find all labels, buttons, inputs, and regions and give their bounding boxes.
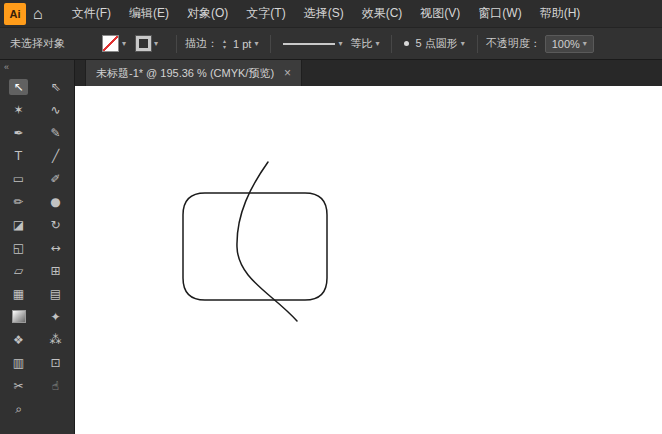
- rectangle-tool-icon: ▭: [9, 171, 28, 187]
- type-tool-icon: T: [11, 148, 26, 164]
- stroke-swatch-icon: [136, 36, 151, 51]
- document-tab-bar: 未标题-1* @ 195.36 % (CMYK/预览) ×: [75, 60, 662, 86]
- tool-free-transform[interactable]: ▱: [0, 259, 37, 282]
- magic-wand-tool-icon: ✶: [9, 102, 27, 118]
- tool-pencil[interactable]: ✏: [0, 190, 37, 213]
- lasso-tool-icon: ∿: [46, 102, 64, 118]
- control-bar: 未选择对象 ▾ ▾ 描边： ▴ ▾ 1 pt ▾ ▾ 等比 ▾: [0, 28, 662, 60]
- home-icon[interactable]: ⌂: [33, 6, 43, 22]
- width-profile-select[interactable]: 等比 ▾: [346, 34, 383, 53]
- menu-type[interactable]: 文字(T): [237, 5, 294, 22]
- eraser-tool-icon: ◪: [9, 217, 28, 233]
- tool-column-graph[interactable]: ▥: [0, 351, 37, 374]
- rotate-tool-icon: ↻: [46, 217, 64, 233]
- separator: [270, 35, 271, 53]
- curve-path-shape[interactable]: [237, 162, 297, 321]
- stroke-width-select[interactable]: 1 pt ▾: [229, 36, 262, 52]
- app-logo-icon: Ai: [4, 3, 26, 25]
- perspective-grid-tool-icon: ▦: [9, 286, 28, 302]
- column-graph-tool-icon: ▥: [9, 355, 28, 371]
- brush-definition-select[interactable]: 5 点圆形 ▾: [400, 34, 468, 53]
- menu-view[interactable]: 视图(V): [411, 5, 469, 22]
- stroke-label: 描边：: [185, 36, 218, 51]
- brush-definition-value: 5 点圆形: [415, 36, 457, 51]
- document-tab[interactable]: 未标题-1* @ 195.36 % (CMYK/预览) ×: [85, 60, 302, 86]
- tool-slice[interactable]: ✂: [0, 374, 37, 397]
- width-tool-icon: ↔: [46, 240, 64, 256]
- opacity-select[interactable]: 100% ▾: [545, 35, 594, 53]
- stroke-profile-select[interactable]: ▾: [279, 37, 346, 50]
- canvas[interactable]: [75, 86, 662, 434]
- tool-paintbrush[interactable]: ✐: [37, 167, 74, 190]
- menu-edit[interactable]: 编辑(E): [120, 5, 178, 22]
- tool-eyedropper[interactable]: ✦: [37, 305, 74, 328]
- menu-file[interactable]: 文件(F): [63, 5, 120, 22]
- main-menus: 文件(F) 编辑(E) 对象(O) 文字(T) 选择(S) 效果(C) 视图(V…: [63, 5, 590, 22]
- tool-selection[interactable]: ↖: [0, 75, 37, 98]
- tool-perspective-grid[interactable]: ▦: [0, 282, 37, 305]
- uniform-line-preview-icon: [283, 43, 335, 45]
- line-segment-tool-icon: ╱: [48, 148, 63, 164]
- chevron-down-icon: ▾: [461, 39, 465, 48]
- stroke-width-value: 1 pt: [233, 38, 251, 50]
- rounded-rectangle-shape[interactable]: [183, 193, 327, 300]
- step-down-icon: ▾: [223, 44, 226, 50]
- tool-curvature[interactable]: ✎: [37, 121, 74, 144]
- tool-width[interactable]: ↔: [37, 236, 74, 259]
- opacity-value: 100%: [552, 38, 580, 50]
- tool-shape-builder[interactable]: ⊞: [37, 259, 74, 282]
- paintbrush-tool-icon: ✐: [46, 171, 64, 187]
- chevron-down-icon: ▾: [583, 39, 587, 48]
- blend-tool-icon: ❖: [9, 332, 28, 348]
- tool-rectangle[interactable]: ▭: [0, 167, 37, 190]
- tool-gradient[interactable]: [0, 305, 37, 328]
- symbol-sprayer-tool-icon: ⁂: [46, 332, 66, 348]
- hand-tool-icon: ☝: [48, 378, 63, 394]
- selection-tool-icon: ↖: [9, 79, 27, 95]
- tool-blob-brush[interactable]: ●: [37, 190, 74, 213]
- tool-mesh[interactable]: ▤: [37, 282, 74, 305]
- close-icon[interactable]: ×: [284, 66, 291, 80]
- menu-help[interactable]: 帮助(H): [531, 5, 590, 22]
- tool-magic-wand[interactable]: ✶: [0, 98, 37, 121]
- tool-pen[interactable]: ✒: [0, 121, 37, 144]
- chevron-down-icon: ▾: [122, 39, 126, 48]
- tools-grid: ↖ ⇖ ✶ ∿ ✒ ✎ T ╱ ▭ ✐ ✏ ● ◪ ↻ ◱ ↔ ▱ ⊞ ▦ ▤: [0, 75, 74, 420]
- separator: [477, 35, 478, 53]
- menu-bar: Ai ⌂ 文件(F) 编辑(E) 对象(O) 文字(T) 选择(S) 效果(C)…: [0, 0, 662, 28]
- tool-scale[interactable]: ◱: [0, 236, 37, 259]
- scale-tool-icon: ◱: [9, 240, 28, 256]
- tools-panel: « ↖ ⇖ ✶ ∿ ✒ ✎ T ╱ ▭ ✐ ✏ ● ◪ ↻ ◱ ↔ ▱ ⊞: [0, 60, 75, 434]
- chevron-down-icon: ▾: [375, 39, 379, 48]
- brush-preview-dot-icon: [404, 41, 409, 46]
- slice-tool-icon: ✂: [9, 378, 27, 394]
- tool-lasso[interactable]: ∿: [37, 98, 74, 121]
- tool-eraser[interactable]: ◪: [0, 213, 37, 236]
- document-area: 未标题-1* @ 195.36 % (CMYK/预览) ×: [75, 60, 662, 434]
- menu-effect[interactable]: 效果(C): [353, 5, 412, 22]
- collapse-panel-icon[interactable]: «: [4, 62, 9, 72]
- mesh-tool-icon: ▤: [46, 286, 65, 302]
- tab-title: 未标题-1* @ 195.36 % (CMYK/预览): [96, 66, 274, 81]
- tool-hand[interactable]: ☝: [37, 374, 74, 397]
- stroke-color-control[interactable]: ▾: [136, 36, 158, 51]
- tool-zoom[interactable]: ⌕: [0, 397, 37, 420]
- tool-direct-selection[interactable]: ⇖: [37, 75, 74, 98]
- fill-color-control[interactable]: ▾: [102, 35, 126, 52]
- separator: [391, 35, 392, 53]
- stroke-width-stepper[interactable]: ▴ ▾: [223, 38, 226, 50]
- tool-type[interactable]: T: [0, 144, 37, 167]
- tool-line-segment[interactable]: ╱: [37, 144, 74, 167]
- menu-window[interactable]: 窗口(W): [469, 5, 530, 22]
- tool-empty-slot: [37, 397, 74, 420]
- curvature-tool-icon: ✎: [46, 125, 64, 141]
- free-transform-tool-icon: ▱: [10, 263, 27, 279]
- shape-builder-tool-icon: ⊞: [46, 263, 64, 279]
- tool-artboard[interactable]: ⊡: [37, 351, 74, 374]
- tool-blend[interactable]: ❖: [0, 328, 37, 351]
- tool-symbol-sprayer[interactable]: ⁂: [37, 328, 74, 351]
- tool-rotate[interactable]: ↻: [37, 213, 74, 236]
- menu-object[interactable]: 对象(O): [178, 5, 237, 22]
- chevron-down-icon: ▾: [254, 39, 258, 48]
- menu-select[interactable]: 选择(S): [295, 5, 353, 22]
